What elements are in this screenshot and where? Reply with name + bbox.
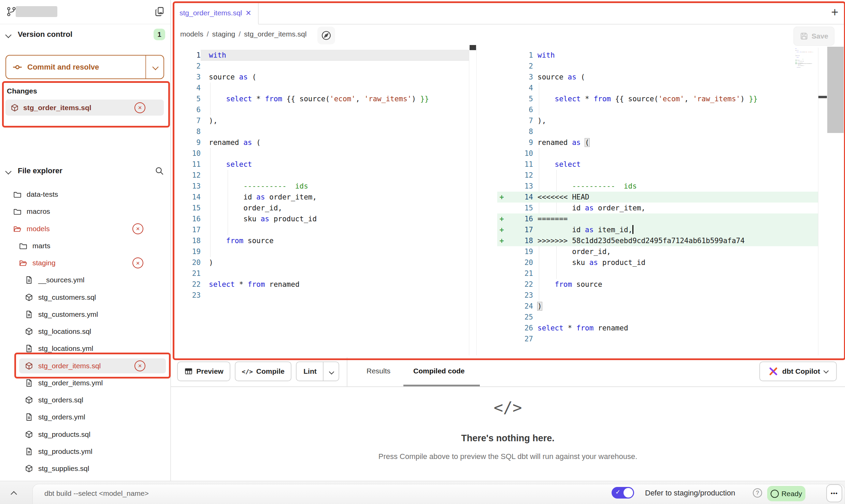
code-line[interactable]: 22 from source [497, 279, 818, 290]
code-line[interactable]: 4 [174, 83, 469, 93]
code-line[interactable]: 8 [497, 126, 818, 137]
code-line[interactable]: 2 [497, 61, 818, 72]
code-line[interactable]: 1with [497, 50, 818, 61]
file-item[interactable]: stg_order_items.yml [0, 375, 171, 390]
code-line[interactable]: 20) [174, 257, 469, 268]
code-line[interactable]: 24) [497, 301, 818, 312]
discard-change-icon[interactable]: × [132, 223, 143, 234]
file-item[interactable]: stg_supplies.sql [0, 461, 171, 476]
code-line[interactable]: 8 [174, 126, 469, 137]
code-line[interactable]: 13 ---------- ids [497, 181, 818, 192]
chevron-down-icon[interactable] [329, 369, 334, 375]
discard-change-icon[interactable]: × [132, 257, 143, 268]
help-icon[interactable]: ? [753, 488, 762, 498]
code-line[interactable]: 11 select [174, 159, 469, 170]
code-line[interactable]: 26select * from renamed [497, 323, 818, 333]
code-line[interactable]: 4 [497, 83, 818, 93]
file-item[interactable]: marts [0, 238, 171, 253]
lint-button[interactable]: Lint [296, 361, 339, 381]
code-line[interactable]: 6 [174, 104, 469, 115]
file-item[interactable]: models× [0, 221, 171, 236]
left-pane-scroll-marker[interactable] [470, 45, 476, 50]
command-input[interactable]: dbt build --select <model_name> [44, 489, 149, 498]
code-line[interactable]: 27 [497, 333, 818, 344]
code-line[interactable]: 22select * from renamed [174, 279, 469, 290]
code-line[interactable]: 6 [497, 104, 818, 115]
file-item[interactable]: data-tests [0, 187, 171, 202]
file-explorer-header[interactable]: File explorer [0, 166, 171, 179]
discard-change-icon[interactable]: × [134, 102, 145, 113]
file-item[interactable]: stg_locations.sql [0, 324, 171, 339]
file-item[interactable]: stg_products.sql [0, 427, 171, 442]
file-item[interactable]: stg_products.yml [0, 444, 171, 459]
code-line[interactable]: 9renamed as ( [174, 137, 469, 148]
close-icon[interactable]: × [246, 9, 251, 18]
breadcrumb-segment[interactable]: models [180, 30, 203, 38]
chevron-up-icon[interactable] [11, 491, 17, 497]
copy-files-icon[interactable] [154, 5, 166, 18]
code-line[interactable]: +14<<<<<<< HEAD [497, 192, 818, 203]
code-line[interactable]: 3source as ( [497, 72, 818, 83]
code-line[interactable]: 10 [497, 148, 818, 159]
code-line[interactable]: 19 [174, 246, 469, 257]
code-pane-current[interactable]: 1with23source as (45 select * from {{ so… [497, 50, 818, 344]
code-line[interactable]: 12 [174, 170, 469, 181]
code-line[interactable]: 17 [174, 224, 469, 235]
code-line[interactable]: 9renamed as ( [497, 137, 818, 148]
code-line[interactable]: 12 [497, 170, 818, 181]
code-line[interactable]: +16======= [497, 213, 818, 224]
search-icon[interactable] [154, 166, 164, 177]
code-line[interactable]: 11 select [497, 159, 818, 170]
code-line[interactable]: 21 [497, 268, 818, 279]
file-item[interactable]: stg_orders.sql [0, 392, 171, 407]
status-badge[interactable]: Ready [767, 486, 805, 501]
file-item[interactable]: __sources.yml [0, 272, 171, 287]
file-item[interactable]: stg_orders.yml [0, 410, 171, 425]
file-item[interactable]: stg_customers.yml [0, 307, 171, 322]
branch-name-placeholder[interactable] [16, 6, 57, 17]
code-line[interactable]: +17 id as item_id, [497, 224, 818, 235]
file-item[interactable]: stg_locations.yml [0, 341, 171, 356]
code-line[interactable]: 21 [174, 268, 469, 279]
code-line[interactable]: 15 order_id, [174, 203, 469, 213]
code-line[interactable]: 16 sku as product_id [174, 213, 469, 224]
code-line[interactable]: 7), [497, 115, 818, 126]
chevron-down-icon[interactable] [5, 168, 11, 174]
code-line[interactable]: 3source as ( [174, 72, 469, 83]
code-line[interactable]: 18 from source [174, 235, 469, 246]
code-line[interactable]: 14 id as order_item, [174, 192, 469, 203]
code-line[interactable]: 13 ---------- ids [174, 181, 469, 192]
code-line[interactable]: 25 [497, 312, 818, 323]
code-pane-original[interactable]: 1with23source as (45 select * from {{ so… [174, 50, 469, 301]
save-button[interactable]: Save [793, 27, 834, 46]
code-line[interactable]: 23 [174, 290, 469, 301]
preview-button[interactable]: Preview [177, 361, 230, 381]
tab-compiled-code[interactable]: Compiled code [413, 367, 465, 375]
code-line[interactable]: 5 select * from {{ source('ecom', 'raw_i… [174, 93, 469, 104]
commit-and-resolve-button[interactable]: Commit and resolve [5, 55, 164, 79]
code-line[interactable]: 15 id as order_item, [497, 203, 818, 213]
code-line[interactable]: 10 [174, 148, 469, 159]
file-item[interactable]: stg_customers.sql [0, 290, 171, 305]
changed-file-item[interactable]: stg_order_items.sql × [5, 100, 164, 116]
compile-button[interactable]: </> Compile [235, 361, 291, 381]
code-line[interactable]: 20 sku as product_id [497, 257, 818, 268]
code-line[interactable]: 5 select * from {{ source('ecom', 'raw_i… [497, 93, 818, 104]
code-line[interactable]: 23 [497, 290, 818, 301]
tab-results[interactable]: Results [367, 367, 390, 375]
file-item[interactable]: macros [0, 204, 171, 219]
file-item[interactable]: staging× [0, 255, 171, 270]
tab-stg-order-items[interactable]: stg_order_items.sql (last c... × [173, 2, 259, 24]
breadcrumb-segment[interactable]: staging [212, 30, 235, 38]
chevron-down-icon[interactable] [5, 32, 11, 38]
more-options-button[interactable]: ••• [826, 484, 842, 502]
new-tab-button[interactable]: + [829, 6, 841, 18]
code-line[interactable]: 7), [174, 115, 469, 126]
discard-change-icon[interactable]: × [134, 360, 145, 371]
code-line[interactable]: +18>>>>>>> 58c1dd23d5eebd9cd2495fa7124ab… [497, 235, 818, 246]
dbt-copilot-button[interactable]: dbt Copilot [759, 361, 837, 381]
file-item[interactable]: stg_order_items.sql× [19, 358, 166, 373]
code-line[interactable]: 2 [174, 61, 469, 72]
scrollbar-thumb[interactable] [827, 47, 844, 133]
defer-toggle[interactable]: ✓ [612, 487, 634, 499]
